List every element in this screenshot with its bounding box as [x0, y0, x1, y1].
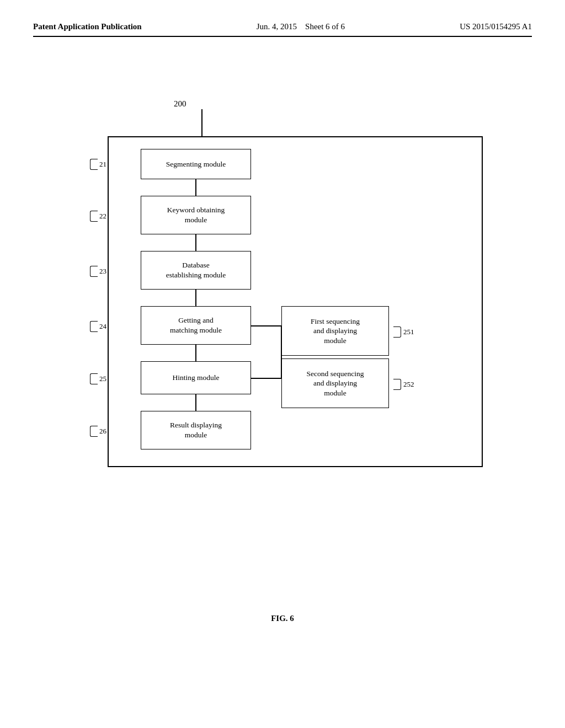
label-252-text: 252 [403, 380, 414, 389]
label-251-text: 251 [403, 328, 414, 336]
figure-caption: FIG. 6 [271, 614, 294, 623]
header-sheet: Sheet 6 of 6 [305, 22, 345, 31]
label-23-text: 23 [99, 267, 106, 276]
bracket-252 [393, 379, 401, 390]
getting-module-box: Getting andmatching module [141, 306, 251, 345]
diagram-area: 200 Segmenting module Keyword obtainingm… [44, 99, 519, 513]
h-line-hint-sub [251, 378, 281, 379]
v-line-db-get [195, 290, 196, 306]
second-seq-module-label: Second sequencingand displayingmodule [307, 369, 364, 398]
label-25-text: 25 [99, 374, 106, 383]
side-label-251: 251 [392, 326, 414, 338]
segmenting-module-box: Segmenting module [141, 149, 251, 179]
keyword-module-label: Keyword obtainingmodule [167, 205, 225, 224]
label-200: 200 [174, 99, 186, 109]
v-line-kw-db [195, 234, 196, 251]
bracket-26 [90, 426, 98, 437]
first-seq-module-label: First sequencingand displayingmodule [311, 317, 360, 346]
side-label-22: 22 [90, 211, 106, 222]
header-left: Patent Application Publication [33, 22, 142, 31]
h-line-get-sub [251, 325, 281, 326]
result-module-box: Result displayingmodule [141, 411, 251, 449]
label-22-text: 22 [99, 212, 106, 221]
header-date: Jun. 4, 2015 [257, 22, 297, 31]
side-label-24: 24 [90, 321, 106, 332]
bracket-22 [90, 211, 98, 222]
line-from-200 [201, 109, 202, 137]
result-module-label: Result displayingmodule [170, 420, 222, 440]
v-line-hint-res [195, 394, 196, 411]
label-24-text: 24 [99, 322, 106, 331]
bracket-23 [90, 266, 98, 277]
second-seq-module-box: Second sequencingand displayingmodule [281, 358, 389, 408]
hinting-module-label: Hinting module [172, 373, 219, 383]
header-right: US 2015/0154295 A1 [460, 22, 532, 31]
bracket-24 [90, 321, 98, 332]
side-label-21: 21 [90, 159, 106, 170]
segmenting-module-label: Segmenting module [166, 159, 226, 169]
bracket-25 [90, 373, 98, 384]
bracket-21 [90, 159, 98, 170]
side-label-23: 23 [90, 266, 106, 277]
header-center: Jun. 4, 2015 Sheet 6 of 6 [257, 22, 345, 31]
label-26-text: 26 [99, 427, 106, 436]
first-seq-module-box: First sequencingand displayingmodule [281, 306, 389, 356]
bracket-251 [393, 326, 401, 338]
hinting-module-box: Hinting module [141, 361, 251, 394]
v-line-get-hint [195, 345, 196, 361]
getting-module-label: Getting andmatching module [170, 315, 222, 335]
label-21-text: 21 [99, 160, 106, 169]
database-module-box: Databaseestablishing module [141, 251, 251, 290]
database-module-label: Databaseestablishing module [166, 260, 226, 280]
side-label-26: 26 [90, 426, 106, 437]
page: Patent Application Publication Jun. 4, 2… [0, 0, 565, 728]
keyword-module-box: Keyword obtainingmodule [141, 196, 251, 234]
side-label-25: 25 [90, 373, 106, 384]
v-line-seg-kw [195, 179, 196, 196]
page-header: Patent Application Publication Jun. 4, 2… [33, 22, 532, 37]
side-label-252: 252 [392, 379, 414, 390]
